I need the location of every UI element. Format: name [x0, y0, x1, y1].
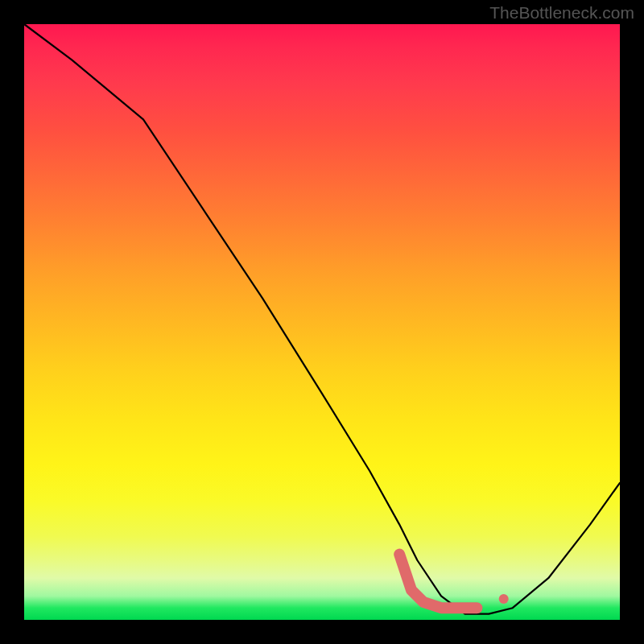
chart-svg [24, 24, 620, 620]
watermark-text: TheBottleneck.com [489, 3, 634, 23]
highlight-segment [399, 555, 477, 609]
highlight-end-dot [499, 594, 509, 604]
bottleneck-curve [24, 24, 620, 614]
plot-area [24, 24, 620, 620]
highlight-markers [399, 555, 509, 609]
